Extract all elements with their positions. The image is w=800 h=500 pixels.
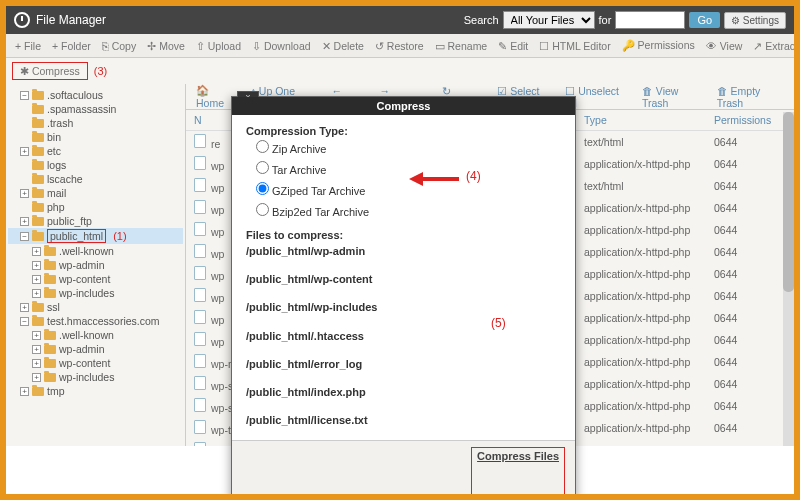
tree-node[interactable]: +wp-content [8,272,183,286]
toolbar-button[interactable]: ✎ Edit [493,38,533,54]
tree-node[interactable]: +.well-known [8,244,183,258]
app-header: File Manager Search All Your Files for G… [6,6,794,34]
nav-button[interactable]: 🗑 View Trash [636,84,709,111]
toolbar-button[interactable]: + Folder [47,38,96,54]
tree-node[interactable]: +mail [8,186,183,200]
tree-node[interactable]: .spamassassin [8,102,183,116]
cpanel-icon [14,12,30,28]
tree-node[interactable]: +tmp [8,384,183,398]
nav-button[interactable]: 🗑 Empty Trash [711,84,790,111]
toolbar-button[interactable]: ↗ Extract [748,38,800,54]
tree-node[interactable]: +wp-content [8,356,183,370]
compress-files-button[interactable]: Compress Files [477,450,559,500]
settings-button[interactable]: ⚙ Settings [724,12,786,29]
modal-title: Compress [232,97,575,115]
tree-node[interactable]: −public_html(1) [8,228,183,244]
toolbar-button[interactable]: ⇧ Upload [191,38,246,54]
compress-modal: x Compress Compression Type: Zip Archive… [231,96,576,500]
main-toolbar: + File+ Folder⎘ Copy✢ Move⇧ Upload⇩ Down… [6,34,794,58]
tree-node[interactable]: lscache [8,172,183,186]
compress-button[interactable]: ✱ Compress [12,62,88,80]
tree-node[interactable]: −.softaculous [8,88,183,102]
compression-option[interactable]: Zip Archive [256,137,561,158]
toolbar-button[interactable]: ☐ HTML Editor [534,38,615,54]
toolbar-button[interactable]: ✢ Move [142,38,190,54]
app-title: File Manager [36,13,106,27]
tree-node[interactable]: .trash [8,116,183,130]
toolbar-button[interactable]: ⇩ Download [247,38,316,54]
tree-node[interactable]: +wp-includes [8,370,183,384]
tree-node[interactable]: +ssl [8,300,183,314]
files-to-compress: /public_html/wp-admin/public_html/wp-con… [246,245,561,428]
arrow-icon [401,169,461,193]
tree-node[interactable]: −test.hmaccessories.com [8,314,183,328]
tree-node[interactable]: +wp-includes [8,286,183,300]
go-button[interactable]: Go [689,12,720,28]
folder-tree[interactable]: −.softaculous.spamassassin.trashbin+etcl… [6,84,186,446]
tree-node[interactable]: php [8,200,183,214]
toolbar-button[interactable]: ↺ Restore [370,38,429,54]
tree-node[interactable]: +.well-known [8,328,183,342]
annotation-3: (3) [94,65,107,77]
search-input[interactable] [615,11,685,29]
search-scope[interactable]: All Your Files [503,11,595,29]
tree-node[interactable]: bin [8,130,183,144]
annotation-4: (4) [466,169,481,183]
annotation-5: (5) [491,316,506,330]
toolbar-button[interactable]: 👁 View [701,38,748,54]
tree-node[interactable]: +public_ftp [8,214,183,228]
toolbar-button[interactable]: ▭ Rename [430,38,493,54]
toolbar-button[interactable]: 🔑 Permissions [617,37,700,54]
tree-node[interactable]: +wp-admin [8,342,183,356]
toolbar-button[interactable]: + File [10,38,46,54]
tree-node[interactable]: logs [8,158,183,172]
compression-option[interactable]: Bzip2ed Tar Archive [256,200,561,221]
toolbar-button[interactable]: ✕ Delete [317,38,369,54]
tree-node[interactable]: +wp-admin [8,258,183,272]
scrollbar[interactable] [783,112,794,446]
toolbar-button[interactable]: ⎘ Copy [97,38,141,54]
tree-node[interactable]: +etc [8,144,183,158]
